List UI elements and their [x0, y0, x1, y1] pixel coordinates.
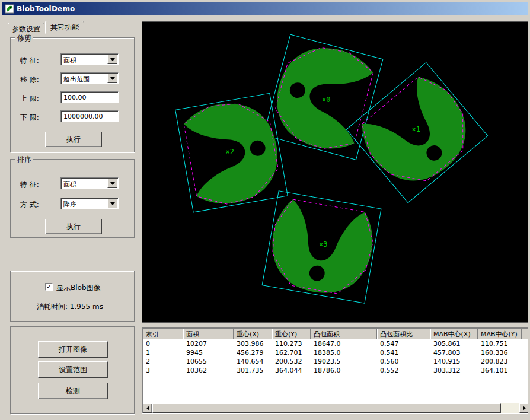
- app-icon: [5, 4, 14, 14]
- table-row[interactable]: 3 10362 301.735 364.044 18786.0 0.552 30…: [143, 366, 529, 375]
- cell-hull-ratio: 0.552: [377, 366, 430, 375]
- cell-mab-x: 457.803: [430, 348, 478, 357]
- cell-centroid-y: 110.273: [272, 339, 311, 348]
- trim-feature-combobox[interactable]: 面积: [60, 53, 119, 65]
- table-row[interactable]: 2 10655 140.654 200.532 19023.5 0.560 14…: [143, 357, 529, 366]
- window-title: BlobToolDemo: [17, 5, 75, 13]
- blob-marker-0: ×0: [322, 96, 330, 104]
- table-row[interactable]: 1 9945 456.279 162.701 18385.0 0.541 457…: [143, 348, 529, 357]
- table-body: 0 10207 303.986 110.273 18647.0 0.547 30…: [143, 339, 529, 403]
- display-group: ✓ 显示Blob图像 消耗时间: 1.955 ms: [10, 271, 135, 322]
- sort-method-value: 降序: [63, 200, 76, 209]
- show-blob-checkbox[interactable]: ✓: [45, 283, 53, 291]
- trim-upper-label: 上 限:: [20, 94, 39, 104]
- scroll-right-icon[interactable]: [519, 403, 529, 413]
- cell-centroid-y: 200.532: [272, 357, 311, 366]
- cell-area: 10655: [183, 357, 234, 366]
- blob-marker-1: ×1: [412, 125, 420, 133]
- cell-mab-y: 160.336: [478, 348, 522, 357]
- trim-remove-value: 超出范围: [63, 75, 90, 84]
- elapsed-time-text: 消耗时间: 1.955 ms: [37, 302, 103, 312]
- cell-mab-x: 140.915: [430, 357, 478, 366]
- trim-lower-input[interactable]: [62, 112, 116, 121]
- dropdown-arrow-icon[interactable]: [107, 74, 117, 83]
- cell-centroid-y: 364.044: [272, 366, 311, 375]
- cell-hull-ratio: 0.541: [377, 348, 430, 357]
- cell-hull-area: 18647.0: [311, 339, 377, 348]
- table-header: 索引 面积 重心(X) 重心(Y) 凸包面积 凸包面积比 MAB中心(X) MA…: [143, 329, 529, 339]
- sort-execute-button[interactable]: 执行: [45, 219, 102, 234]
- open-image-button[interactable]: 打开图像: [38, 341, 108, 358]
- column-header-index[interactable]: 索引: [143, 329, 183, 339]
- set-range-button[interactable]: 设置范围: [38, 361, 108, 378]
- cell-hull-area: 19023.5: [311, 357, 377, 366]
- trim-group-title: 修剪: [15, 33, 33, 43]
- sort-feature-label: 特 征:: [20, 180, 39, 190]
- column-header-hull-area[interactable]: 凸包面积: [311, 329, 377, 339]
- cell-area: 10362: [183, 366, 234, 375]
- cell-mab-x: 303.312: [430, 366, 478, 375]
- trim-lower-field-wrap: [60, 110, 119, 122]
- dropdown-arrow-icon[interactable]: [107, 199, 117, 208]
- trim-feature-value: 面积: [63, 56, 76, 65]
- cell-centroid-x: 303.986: [234, 339, 272, 348]
- cell-mab-y: 110.751: [478, 339, 522, 348]
- cell-centroid-y: 162.701: [272, 348, 311, 357]
- sort-method-combobox[interactable]: 降序: [60, 198, 119, 209]
- cell-mab-y: 364.101: [478, 366, 522, 375]
- cell-centroid-x: 301.735: [234, 366, 272, 375]
- results-table: 索引 面积 重心(X) 重心(Y) 凸包面积 凸包面积比 MAB中心(X) MA…: [142, 327, 530, 414]
- trim-feature-label: 特 征:: [20, 56, 39, 66]
- table-row[interactable]: 0 10207 303.986 110.273 18647.0 0.547 30…: [143, 339, 529, 348]
- detect-button[interactable]: 检测: [38, 383, 108, 399]
- cell-hull-ratio: 0.547: [377, 339, 430, 348]
- scrollbar-thumb[interactable]: [152, 403, 501, 413]
- blob-marker-2: ×2: [226, 148, 234, 156]
- tab-other-functions[interactable]: 其它功能: [45, 21, 84, 34]
- show-blob-checkbox-label[interactable]: 显示Blob图像: [56, 283, 101, 293]
- dropdown-arrow-icon[interactable]: [107, 55, 117, 64]
- tab-param-settings[interactable]: 参数设置: [8, 23, 44, 34]
- sort-feature-value: 面积: [63, 180, 76, 189]
- column-header-centroid-y[interactable]: 重心(Y): [272, 329, 311, 339]
- trim-upper-field-wrap: [60, 91, 119, 103]
- cell-hull-ratio: 0.560: [377, 357, 430, 366]
- cell-centroid-x: 456.279: [234, 348, 272, 357]
- trim-group: 修剪 特 征: 面积 移 除: 超出范围 上 限: 下 限: 执行: [10, 37, 135, 152]
- cell-index: 1: [143, 348, 183, 357]
- cell-centroid-x: 140.654: [234, 357, 272, 366]
- sort-feature-combobox[interactable]: 面积: [60, 177, 119, 189]
- trim-remove-combobox[interactable]: 超出范围: [60, 72, 119, 84]
- image-canvas[interactable]: ×0 ×1 ×2 ×3: [142, 21, 530, 323]
- cell-index: 3: [143, 366, 183, 375]
- sort-group: 排序 特 征: 面积 方 式: 降序 执行: [10, 159, 135, 238]
- trim-remove-label: 移 除:: [20, 75, 39, 85]
- column-header-mab-y[interactable]: MAB中心(Y): [478, 329, 522, 339]
- column-header-centroid-x[interactable]: 重心(X): [234, 329, 272, 339]
- cell-mab-y: 200.823: [478, 357, 522, 366]
- cell-hull-area: 18385.0: [311, 348, 377, 357]
- title-bar[interactable]: BlobToolDemo: [2, 2, 528, 15]
- column-header-area[interactable]: 面积: [183, 329, 234, 339]
- cell-mab-x: 305.861: [430, 339, 478, 348]
- dropdown-arrow-icon[interactable]: [107, 179, 117, 188]
- sort-group-title: 排序: [15, 155, 33, 165]
- column-header-mab-x[interactable]: MAB中心(X): [430, 329, 478, 339]
- actions-group: 打开图像 设置范围 检测: [10, 326, 135, 414]
- trim-execute-button[interactable]: 执行: [45, 132, 102, 147]
- trim-upper-input[interactable]: [62, 93, 116, 102]
- horizontal-scrollbar[interactable]: [143, 403, 529, 413]
- cell-area: 10207: [183, 339, 234, 348]
- cell-area: 9945: [183, 348, 234, 357]
- scroll-left-icon[interactable]: [143, 403, 152, 413]
- column-header-hull-ratio[interactable]: 凸包面积比: [377, 329, 430, 339]
- app-window: BlobToolDemo 参数设置 其它功能 修剪 特 征: 面积 移 除: 超…: [0, 0, 530, 420]
- cell-index: 0: [143, 339, 183, 348]
- cell-hull-area: 18786.0: [311, 366, 377, 375]
- blob-marker-3: ×3: [319, 241, 327, 249]
- column-header-filler: [522, 329, 529, 339]
- cell-index: 2: [143, 357, 183, 366]
- sort-method-label: 方 式:: [20, 200, 39, 210]
- trim-lower-label: 下 限:: [20, 113, 39, 123]
